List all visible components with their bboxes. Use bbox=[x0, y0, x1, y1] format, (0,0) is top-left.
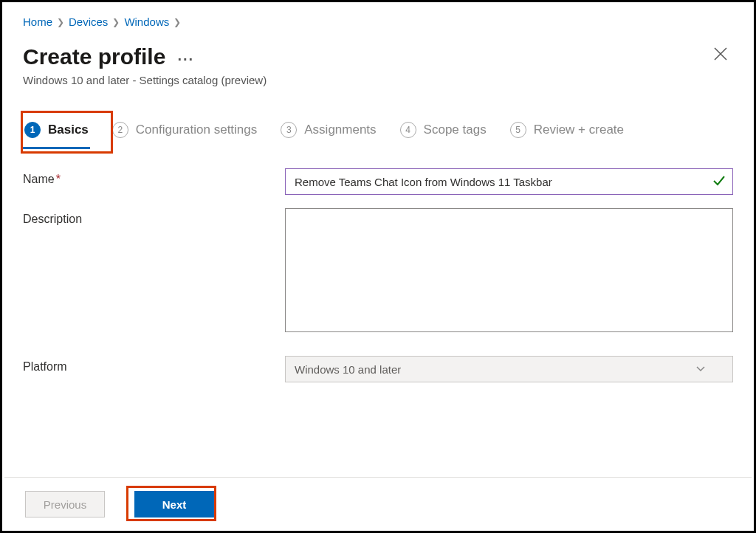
close-button[interactable] bbox=[708, 44, 733, 66]
platform-value: Windows 10 and later bbox=[295, 363, 401, 376]
step-label: Review + create bbox=[534, 123, 624, 137]
step-number: 5 bbox=[510, 122, 526, 138]
close-icon bbox=[714, 47, 727, 61]
step-number: 2 bbox=[112, 122, 128, 138]
valid-check-icon bbox=[712, 174, 726, 191]
page-title-text: Create profile bbox=[23, 44, 165, 69]
footer-bar: Previous Next bbox=[4, 477, 752, 531]
name-label: Name* bbox=[23, 168, 285, 186]
step-label: Scope tags bbox=[424, 123, 487, 137]
step-label: Assignments bbox=[304, 123, 376, 137]
chevron-down-icon bbox=[695, 363, 706, 376]
description-label: Description bbox=[23, 208, 285, 226]
breadcrumb-devices[interactable]: Devices bbox=[69, 16, 108, 28]
step-label: Basics bbox=[48, 123, 89, 137]
wizard-steps: 1 Basics 2 Configuration settings 3 Assi… bbox=[23, 117, 733, 149]
page-title: Create profile ··· bbox=[23, 44, 267, 69]
step-configuration-settings[interactable]: 2 Configuration settings bbox=[111, 117, 258, 149]
platform-select: Windows 10 and later bbox=[285, 356, 733, 382]
breadcrumb-windows[interactable]: Windows bbox=[124, 16, 169, 28]
more-actions-button[interactable]: ··· bbox=[177, 47, 194, 66]
previous-button[interactable]: Previous bbox=[25, 491, 105, 517]
step-review-create[interactable]: 5 Review + create bbox=[509, 117, 625, 149]
chevron-right-icon: ❯ bbox=[57, 17, 64, 27]
breadcrumb-home[interactable]: Home bbox=[23, 16, 52, 28]
step-number: 4 bbox=[400, 122, 416, 138]
platform-label: Platform bbox=[23, 356, 285, 374]
breadcrumb: Home ❯ Devices ❯ Windows ❯ bbox=[23, 16, 733, 28]
step-number: 3 bbox=[281, 122, 297, 138]
next-button[interactable]: Next bbox=[134, 491, 214, 517]
chevron-right-icon: ❯ bbox=[112, 17, 120, 27]
step-label: Configuration settings bbox=[136, 123, 257, 137]
step-assignments[interactable]: 3 Assignments bbox=[279, 117, 377, 149]
description-textarea[interactable] bbox=[285, 208, 733, 332]
step-basics[interactable]: 1 Basics bbox=[23, 117, 90, 149]
page-subtitle: Windows 10 and later - Settings catalog … bbox=[23, 74, 267, 86]
name-input[interactable] bbox=[285, 168, 733, 195]
chevron-right-icon: ❯ bbox=[173, 17, 181, 27]
step-number: 1 bbox=[24, 122, 41, 138]
required-indicator: * bbox=[56, 173, 61, 185]
step-scope-tags[interactable]: 4 Scope tags bbox=[399, 117, 488, 149]
